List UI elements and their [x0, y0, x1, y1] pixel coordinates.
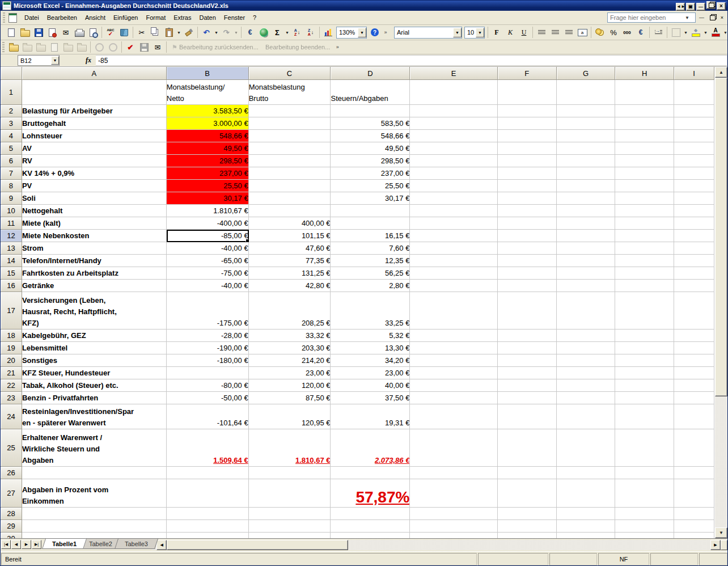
menu-datei[interactable]: Datei	[20, 12, 43, 23]
cell-D4[interactable]: 548,66 €	[331, 130, 410, 142]
sheet-tab-tabelle3[interactable]: Tabelle3	[115, 539, 158, 549]
cell-A12[interactable]: Miete Nebenkosten	[22, 230, 167, 242]
cell-A23[interactable]: Benzin - Privatfahrten	[22, 392, 167, 404]
cell-H1[interactable]	[615, 80, 674, 105]
cell-I20[interactable]	[674, 354, 714, 367]
cell-C28[interactable]	[249, 508, 331, 520]
cell-A10[interactable]: Nettogehalt	[22, 205, 167, 217]
cell-E28[interactable]	[410, 508, 498, 520]
cell-C8[interactable]	[249, 180, 331, 192]
horizontal-scrollbar[interactable]: ◀ ▶	[152, 540, 727, 550]
format-painter-icon[interactable]	[182, 26, 196, 39]
cell-I29[interactable]	[674, 520, 714, 533]
zoom-combo-dropdown[interactable]: ▼	[358, 28, 366, 37]
cell-C2[interactable]	[249, 105, 331, 117]
cell-G6[interactable]	[557, 155, 616, 167]
horizontal-scroll-track[interactable]	[348, 540, 710, 550]
cell-C1[interactable]: Monatsbelastung Brutto	[249, 80, 331, 105]
row-header-22[interactable]: 22	[1, 379, 22, 392]
cell-C23[interactable]: 87,50 €	[249, 392, 331, 404]
row-header-24[interactable]: 24	[1, 404, 22, 429]
cell-C24[interactable]: 120,95 €	[249, 404, 331, 429]
cell-H19[interactable]	[615, 342, 674, 354]
cell-I16[interactable]	[674, 280, 714, 292]
cut-icon[interactable]: ✂	[135, 26, 149, 39]
cell-B28[interactable]	[167, 508, 249, 520]
row-header-11[interactable]: 11	[1, 217, 22, 230]
cell-I22[interactable]	[674, 379, 714, 392]
column-header-G[interactable]: G	[557, 67, 616, 80]
cell-A11[interactable]: Miete (kalt)	[22, 217, 167, 230]
cell-E5[interactable]	[410, 142, 498, 155]
font-color-dropdown[interactable]: ▼	[722, 26, 728, 39]
row-header-16[interactable]: 16	[1, 280, 22, 292]
cell-H22[interactable]	[615, 379, 674, 392]
autosum-icon[interactable]: Σ	[270, 26, 284, 39]
cell-G29[interactable]	[557, 520, 616, 533]
cell-B27[interactable]	[167, 479, 249, 508]
cell-C18[interactable]: 33,32 €	[249, 330, 331, 342]
cell-D26[interactable]	[331, 467, 410, 479]
cell-B12[interactable]: -85,00 €	[167, 230, 249, 242]
cell-F28[interactable]	[498, 508, 557, 520]
cell-B18[interactable]: -28,00 €	[167, 330, 249, 342]
cell-C3[interactable]	[249, 117, 331, 130]
cell-G22[interactable]	[557, 379, 616, 392]
cell-A9[interactable]: Soli	[22, 192, 167, 205]
row-header-4[interactable]: 4	[1, 130, 22, 142]
cell-C29[interactable]	[249, 520, 331, 533]
cell-I21[interactable]	[674, 367, 714, 379]
cell-I26[interactable]	[674, 467, 714, 479]
cell-C10[interactable]	[249, 205, 331, 217]
cell-F10[interactable]	[498, 205, 557, 217]
cell-F20[interactable]	[498, 354, 557, 367]
workbook-minimize-button[interactable]: —	[697, 14, 706, 22]
cell-B1[interactable]: Monatsbelastung/ Netto	[167, 80, 249, 105]
cell-H23[interactable]	[615, 392, 674, 404]
menu-daten[interactable]: Daten	[195, 12, 219, 23]
cell-H16[interactable]	[615, 280, 674, 292]
cell-D15[interactable]: 56,25 €	[331, 267, 410, 280]
cell-B8[interactable]: 25,50 €	[167, 180, 249, 192]
cell-G11[interactable]	[557, 217, 616, 230]
cell-I10[interactable]	[674, 205, 714, 217]
cell-G5[interactable]	[557, 142, 616, 155]
cell-C27[interactable]	[249, 479, 331, 508]
cell-G23[interactable]	[557, 392, 616, 404]
cell-G13[interactable]	[557, 242, 616, 255]
cell-G9[interactable]	[557, 192, 616, 205]
cell-H26[interactable]	[615, 467, 674, 479]
cell-F30[interactable]	[498, 533, 557, 538]
cell-H27[interactable]	[615, 479, 674, 508]
cell-F29[interactable]	[498, 520, 557, 533]
cell-E23[interactable]	[410, 392, 498, 404]
cell-G19[interactable]	[557, 342, 616, 354]
cell-F17[interactable]	[498, 292, 557, 330]
cell-A26[interactable]	[22, 467, 167, 479]
cell-H18[interactable]	[615, 330, 674, 342]
cell-G21[interactable]	[557, 367, 616, 379]
row-header-7[interactable]: 7	[1, 167, 22, 180]
select-all-corner[interactable]	[1, 67, 22, 80]
cell-G17[interactable]	[557, 292, 616, 330]
cell-F8[interactable]	[498, 180, 557, 192]
cell-E7[interactable]	[410, 167, 498, 180]
cell-H13[interactable]	[615, 242, 674, 255]
cell-F5[interactable]	[498, 142, 557, 155]
routing-toolbar-options[interactable]: »	[333, 40, 341, 54]
horizontal-scroll-thumb[interactable]	[167, 540, 348, 550]
row-header-21[interactable]: 21	[1, 367, 22, 379]
track-changes-icon[interactable]: ✔	[124, 41, 137, 53]
prev-sheet-button[interactable]: ◀	[11, 540, 21, 549]
tab-split-handle[interactable]	[721, 540, 727, 550]
euro-conversion-icon[interactable]: €	[243, 26, 257, 39]
menu-ansicht[interactable]: Ansicht	[81, 12, 109, 23]
copy-icon[interactable]	[149, 26, 162, 39]
cell-C17[interactable]: 208,25 €	[249, 292, 331, 330]
cell-D23[interactable]: 37,50 €	[331, 392, 410, 404]
cell-F1[interactable]	[498, 80, 557, 105]
cell-B2[interactable]: 3.583,50 €	[167, 105, 249, 117]
cell-H9[interactable]	[615, 192, 674, 205]
menu-bearbeiten[interactable]: Bearbeiten	[43, 12, 81, 23]
cell-H5[interactable]	[615, 142, 674, 155]
